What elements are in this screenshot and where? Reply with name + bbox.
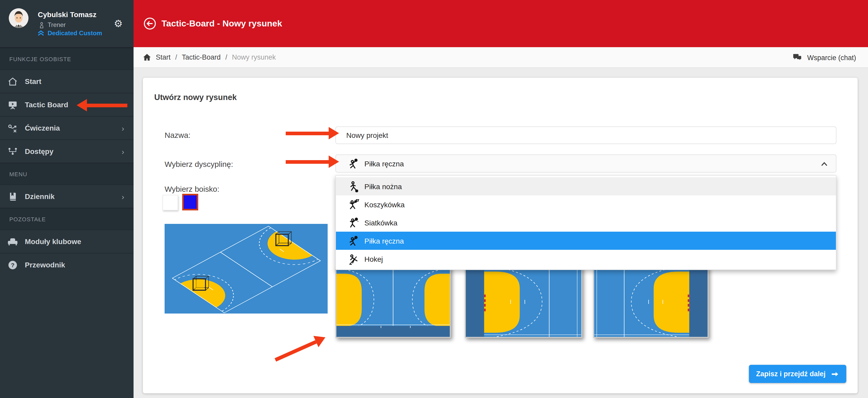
handball-icon (348, 158, 359, 169)
discipline-select[interactable]: Piłka ręczna (335, 154, 836, 173)
sidebar-item-label: Dziennik (25, 192, 55, 201)
sidebar-item-dziennik[interactable]: Dziennik › (0, 184, 133, 208)
user-plan: Dedicated Custom (48, 30, 102, 37)
user-role: Trener (48, 21, 66, 29)
pitch-thumbnail-right-half[interactable] (593, 266, 709, 338)
sidebar-item-label: Moduły klubowe (25, 237, 81, 246)
volleyball-icon (348, 217, 359, 228)
armchair-icon (7, 236, 18, 247)
sidebar-item-dostepy[interactable]: Dostępy › (0, 139, 133, 163)
support-chat-link[interactable]: Wsparcie (chat) (793, 47, 856, 68)
user-avatar[interactable] (9, 8, 28, 28)
breadcrumb: Start / Tactic-Board / Nowy rysunek Wspa… (133, 47, 868, 68)
pitch-thumbnail-left-half[interactable] (465, 266, 582, 338)
annotation-arrow-discipline (286, 160, 329, 164)
access-people-icon (7, 146, 18, 157)
page-title: Tactic-Board - Nowy rysunek (161, 19, 282, 29)
avatar-image (9, 8, 28, 28)
pitch-color-white-swatch[interactable] (162, 195, 178, 210)
hockey-icon (348, 253, 359, 264)
pitch-label: Wybierz boisko: (164, 184, 219, 193)
sidebar-item-label: Ćwiczenia (25, 124, 60, 132)
chevron-up-icon (821, 162, 828, 166)
main-area: Tactic-Board - Nowy rysunek Start / Tact… (133, 0, 868, 398)
sidebar-item-label: Przewodnik (25, 261, 65, 269)
pitch-color-blue-swatch[interactable] (182, 194, 198, 210)
sidebar-item-start[interactable]: Start (0, 69, 133, 93)
sidebar-section-menu: MENU (0, 163, 133, 184)
annotation-arrow-name (286, 132, 329, 135)
option-label: Koszykówka (364, 200, 405, 208)
user-role-row: Trener (39, 21, 66, 29)
breadcrumb-separator: / (175, 53, 177, 61)
basketball-icon (348, 199, 359, 210)
sidebar-section-pozostale: POZOSTAŁE (0, 208, 133, 230)
sidebar-section-funkcje: FUNKCJE OSOBISTE (0, 48, 133, 69)
save-and-continue-button[interactable]: Zapisz i przejdź dalej (749, 365, 846, 383)
support-chat-label: Wsparcie (chat) (807, 54, 856, 61)
annotation-arrow-thumbnails (275, 340, 317, 362)
option-label: Hokej (364, 255, 383, 263)
chat-icon (793, 53, 803, 62)
option-koszykowka[interactable]: Koszykówka (336, 195, 836, 214)
user-name: Cybulski Tomasz (38, 10, 96, 19)
help-circle-icon: ? (7, 259, 18, 270)
home-icon (7, 76, 18, 87)
sidebar-item-przewodnik[interactable]: ? Przewodnik (0, 253, 133, 276)
name-input[interactable] (335, 126, 836, 144)
name-label: Nazwa: (164, 131, 190, 139)
user-plan-row[interactable]: Dedicated Custom (37, 30, 102, 37)
home-icon[interactable] (143, 53, 151, 61)
sidebar-item-label: Dostępy (25, 147, 53, 155)
save-button-label: Zapisz i przejdź dalej (756, 370, 826, 378)
book-icon (7, 191, 18, 202)
breadcrumb-tactic-board[interactable]: Tactic-Board (182, 53, 221, 61)
option-siatkowka[interactable]: Siatkówka (336, 214, 836, 232)
double-chevron-up-icon (37, 30, 44, 36)
option-hokej[interactable]: Hokej (336, 250, 836, 268)
app-header: Tactic-Board - Nowy rysunek (133, 0, 868, 47)
chevron-right-icon: › (122, 147, 124, 156)
person-icon (39, 22, 44, 28)
option-pilka-nozna[interactable]: Piłka nożna (336, 177, 836, 195)
sidebar-item-moduly-klubowe[interactable]: Moduły klubowe (0, 230, 133, 253)
sidebar-item-label: Start (25, 77, 41, 86)
card-heading: Utwórz nowy rysunek (154, 93, 237, 102)
option-pilka-reczna[interactable]: Piłka ręczna (336, 232, 836, 250)
drills-icon (7, 122, 18, 134)
sidebar: Cybulski Tomasz Trener Dedicated Custom … (0, 0, 133, 398)
gear-icon[interactable]: ⚙ (114, 19, 123, 29)
chevron-right-icon: › (122, 123, 124, 133)
discipline-selected-value: Piłka ręczna (364, 159, 404, 168)
handball-icon (348, 235, 359, 247)
annotation-arrow-tactic-board (87, 104, 127, 107)
back-icon[interactable] (143, 17, 156, 30)
option-label: Siatkówka (364, 219, 398, 227)
breadcrumb-start[interactable]: Start (156, 53, 170, 61)
app-window: Cybulski Tomasz Trener Dedicated Custom … (0, 0, 868, 398)
option-label: Piłka nożna (364, 182, 402, 191)
pitch-thumbnail-full-court[interactable] (335, 266, 451, 338)
sidebar-item-cwiczenia[interactable]: Ćwiczenia › (0, 116, 133, 139)
option-label: Piłka ręczna (364, 236, 404, 245)
sidebar-item-label: Tactic Board (25, 101, 68, 109)
tactic-board-icon (7, 99, 18, 110)
discipline-label: Wybierz dyscyplinę: (164, 160, 233, 168)
arrow-right-icon (831, 371, 839, 377)
football-icon (348, 180, 359, 192)
create-drawing-card: Utwórz nowy rysunek Nazwa: Wybierz dyscy… (143, 78, 858, 393)
discipline-options-panel: Piłka nożna Koszykówka Siatkówka (335, 175, 836, 270)
svg-text:?: ? (11, 261, 14, 268)
user-panel: Cybulski Tomasz Trener Dedicated Custom … (0, 0, 133, 48)
breadcrumb-current: Nowy rysunek (232, 53, 276, 61)
breadcrumb-separator: / (225, 53, 227, 61)
chevron-right-icon: › (122, 192, 124, 201)
court-preview-image (164, 224, 328, 314)
